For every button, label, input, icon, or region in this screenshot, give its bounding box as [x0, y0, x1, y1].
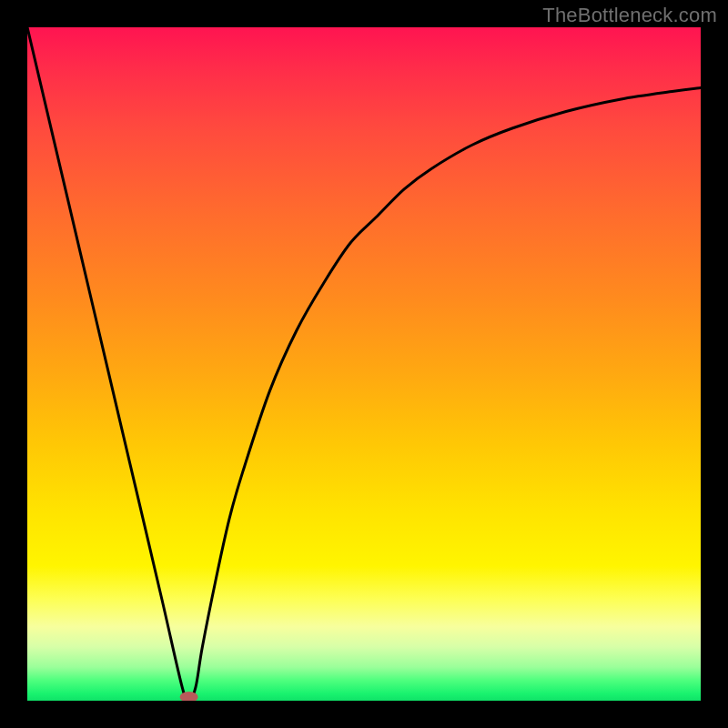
chart-frame: TheBottleneck.com: [0, 0, 728, 728]
bottleneck-curve: [27, 27, 701, 701]
watermark-text: TheBottleneck.com: [542, 4, 717, 27]
curve-svg: [27, 27, 701, 701]
plot-area: [27, 27, 701, 701]
